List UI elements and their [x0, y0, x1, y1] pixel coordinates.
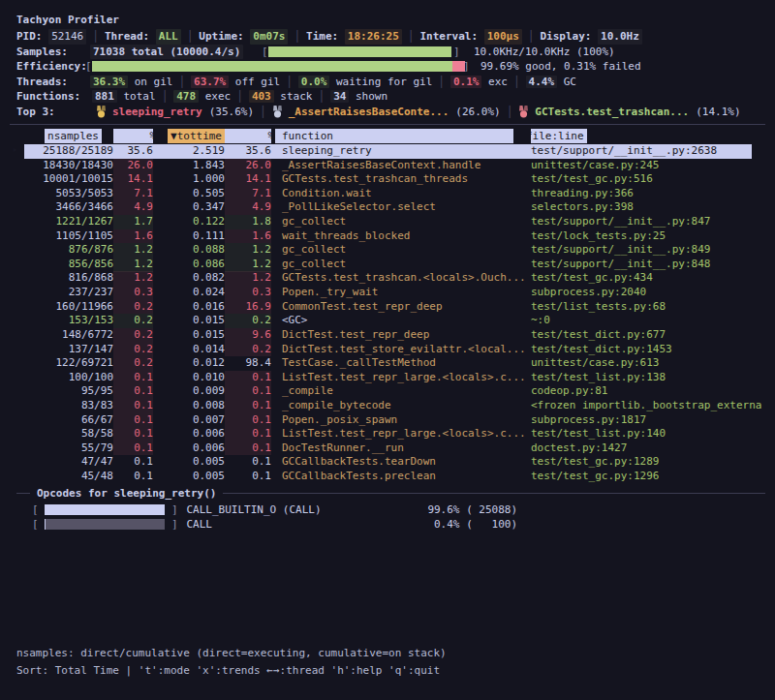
cell-tottime: 1.843 — [153, 159, 225, 173]
cell-file-line: test/test_dict.py:677 — [531, 328, 775, 343]
table-row[interactable]: 137/147 0.2 0.014 0.2 DictTest.test_stor… — [0, 343, 775, 357]
cell-nsamples: 25188/25189 — [24, 144, 113, 159]
table-row[interactable]: 148/6772 0.2 0.015 9.6 DictTest.test_rep… — [0, 328, 775, 343]
functions-label: Functions: — [16, 89, 80, 105]
cell-function: GCTests.test_trashcan_threads — [271, 172, 531, 187]
top3-function-name: GCTests.test_trashcan... — [535, 105, 689, 120]
cell-function: wait_threads_blocked — [271, 229, 531, 244]
table-row[interactable]: 876/876 1.2 0.088 1.2 gc_collect test/su… — [0, 243, 775, 258]
cell-nsamples: 856/856 — [24, 258, 113, 272]
column-header-nsamples[interactable]: nsamples — [45, 129, 102, 143]
thread-label: Thread: — [105, 29, 149, 45]
table-row[interactable]: 45/48 0.1 0.005 0.1 GCCallbackTests.prec… — [0, 470, 775, 484]
table-row[interactable]: 83/83 0.1 0.008 0.1 _compile_bytecode <f… — [0, 399, 775, 413]
opcode-name: CALL_BUILTIN_O (CALL) — [178, 502, 410, 517]
cell-file-line: test/support/__init__.py:2638 — [531, 144, 775, 159]
opcode-bar — [45, 519, 165, 530]
thread-value[interactable]: ALL — [156, 29, 181, 45]
table-row[interactable]: 237/237 0.3 0.024 0.3 Popen._try_wait su… — [0, 286, 775, 300]
cell-tottime: 0.010 — [153, 371, 225, 385]
top3-function-name: _AssertRaisesBaseConte... — [289, 105, 450, 120]
cell-function: gc_collect — [271, 243, 531, 258]
table-row[interactable]: 153/153 0.2 0.015 0.2 <GC> ~:0 — [0, 314, 775, 328]
table-row[interactable]: 18430/18430 26.0 1.843 26.0 _AssertRaise… — [0, 159, 775, 173]
cell-function: <GC> — [271, 314, 531, 328]
table-row[interactable]: 47/47 0.1 0.005 0.1 GCCallbackTests.tear… — [0, 455, 775, 470]
cell-tottime: 1.000 — [153, 172, 225, 187]
top3-item: sleeping_retry (35.6%) — [96, 105, 254, 120]
cell-file-line: subprocess.py:2040 — [531, 286, 775, 300]
efficiency-bar — [92, 61, 465, 72]
cell-pct2: 0.1 — [225, 455, 271, 470]
cell-pct1: 0.2 — [113, 314, 153, 328]
table-row[interactable]: 5053/5053 7.1 0.505 7.1 Condition.wait t… — [0, 187, 775, 201]
cell-pct1: 1.2 — [113, 243, 153, 258]
app-title: Tachyon Profiler — [16, 13, 767, 28]
cell-pct2: 1.8 — [225, 215, 271, 229]
stat-segment: 881 total — [92, 89, 156, 105]
table-row[interactable]: 10001/10015 14.1 1.000 14.1 GCTests.test… — [0, 172, 775, 187]
cell-function: TestCase._callTestMethod — [271, 356, 531, 371]
tachyon-profiler-screen: Tachyon Profiler PID: 52146 │ Thread: AL… — [0, 0, 775, 700]
cell-pct1: 35.6 — [113, 144, 153, 159]
table-row[interactable]: 100/100 0.1 0.010 0.1 ListTest.test_repr… — [0, 371, 775, 385]
cell-nsamples: 47/47 — [24, 455, 113, 470]
cell-function: GCTests.test_trashcan.<locals>.Ouch... — [271, 271, 531, 286]
display-label: Display: — [540, 29, 591, 45]
cell-tottime: 0.012 — [153, 356, 225, 371]
cell-file-line: test/support/__init__.py:847 — [531, 215, 775, 229]
top3-item: _AssertRaisesBaseConte... (26.0%) — [272, 105, 501, 120]
cell-tottime: 0.111 — [153, 229, 225, 244]
table-row[interactable]: 58/58 0.1 0.006 0.1 ListTest.test_repr_l… — [0, 427, 775, 441]
samples-line: Samples: 71038 total (10000.4/s) [ ] 10.… — [16, 45, 767, 60]
cell-file-line: selectors.py:398 — [531, 200, 775, 215]
opcodes-title: Opcodes for sleeping_retry() — [37, 486, 216, 501]
table-row[interactable]: 160/11966 0.2 0.016 16.9 CommonTest.test… — [0, 300, 775, 315]
top3-percent: (26.0%) — [455, 105, 500, 120]
cell-pct1: 26.0 — [113, 159, 153, 173]
cell-nsamples: 148/6772 — [24, 328, 113, 343]
table-row[interactable]: ‣ 25188/25189 35.6 2.519 35.6 sleeping_r… — [0, 144, 775, 159]
cell-file-line: test/test_gc.py:1296 — [531, 470, 775, 484]
info-line: PID: 52146 │ Thread: ALL │ Uptime: 0m07s… — [16, 29, 767, 45]
footer-legend: nsamples: direct/cumulative (direct=exec… — [16, 645, 447, 662]
cell-nsamples: 876/876 — [24, 243, 113, 258]
column-header-file[interactable]: file:line — [531, 129, 587, 143]
table-row[interactable]: 816/868 1.2 0.082 1.2 GCTests.test_trash… — [0, 271, 775, 286]
cell-function: gc_collect — [271, 258, 531, 272]
cell-tottime: 0.505 — [153, 187, 225, 201]
medal-icon — [518, 106, 529, 118]
samples-label: Samples: — [16, 45, 80, 60]
cell-function: sleeping_retry — [271, 144, 531, 159]
top3-percent: (14.1%) — [696, 105, 740, 120]
cell-function: _compile — [271, 384, 531, 399]
cell-pct1: 14.1 — [113, 172, 153, 187]
table-row[interactable]: 1221/1267 1.7 0.122 1.8 gc_collect test/… — [0, 215, 775, 229]
stat-segment: 478 exec — [173, 89, 231, 105]
cell-nsamples: 1221/1267 — [24, 215, 113, 229]
cell-nsamples: 3466/3466 — [24, 200, 113, 215]
table-row[interactable]: 122/69721 0.2 0.012 98.4 TestCase._callT… — [0, 356, 775, 371]
table-row[interactable]: 55/79 0.1 0.006 0.1 DocTestRunner.__run … — [0, 441, 775, 456]
cell-nsamples: 95/95 — [24, 384, 113, 399]
footer-keybinds: Sort: Total Time | 't':mode 'x':trends ←… — [16, 662, 447, 680]
cell-tottime: 0.005 — [153, 470, 225, 484]
cell-pct1: 0.1 — [113, 455, 153, 470]
cell-nsamples: 160/11966 — [24, 300, 113, 315]
cell-pct2: 1.2 — [225, 258, 271, 272]
column-header-tottime-sorted[interactable]: ▼tottime — [168, 129, 225, 143]
table-row[interactable]: 1105/1105 1.6 0.111 1.6 wait_threads_blo… — [0, 229, 775, 244]
cell-tottime: 0.007 — [153, 413, 225, 428]
cell-pct2: 0.1 — [225, 413, 271, 428]
table-row[interactable]: 3466/3466 4.9 0.347 4.9 _PollLikeSelecto… — [0, 200, 775, 215]
cell-pct2: 1.2 — [225, 271, 271, 286]
cell-nsamples: 122/69721 — [24, 356, 113, 371]
cell-pct1: 0.2 — [113, 356, 153, 371]
table-row[interactable]: 856/856 1.2 0.086 1.2 gc_collect test/su… — [0, 258, 775, 272]
column-header-function[interactable]: function — [275, 129, 513, 143]
table-row[interactable]: 66/67 0.1 0.007 0.1 Popen._posix_spawn s… — [0, 413, 775, 428]
column-header-pct2[interactable]: % — [225, 129, 271, 143]
column-header-pct1[interactable]: % — [113, 129, 153, 143]
cell-pct2: 7.1 — [225, 187, 271, 201]
table-row[interactable]: 95/95 0.1 0.009 0.1 _compile codeop.py:8… — [0, 384, 775, 399]
